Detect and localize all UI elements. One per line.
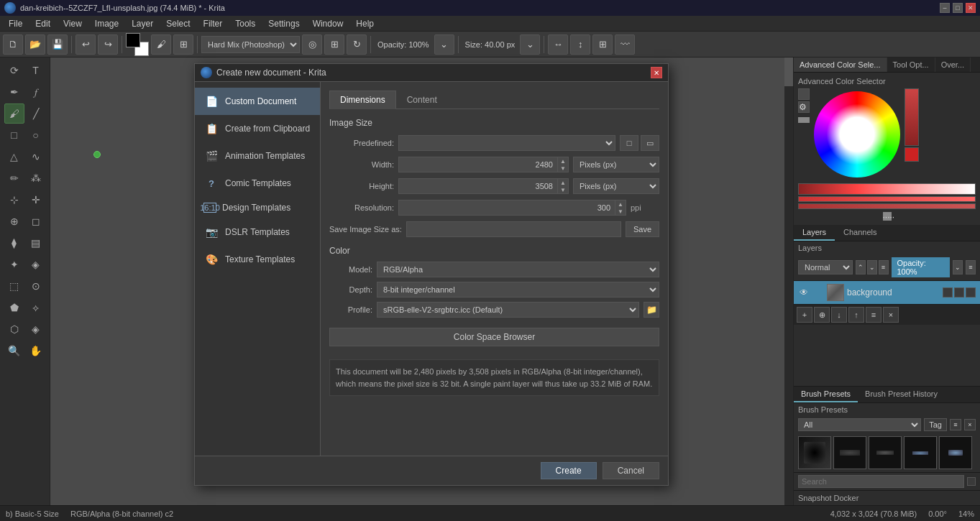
close-button[interactable]: ✕	[966, 3, 976, 13]
tool-polygon[interactable]: △	[4, 147, 24, 167]
tool-refresh-button[interactable]: ↻	[347, 34, 367, 55]
menu-tools[interactable]: Tools	[229, 17, 261, 30]
width-input[interactable]: 2480	[398, 157, 558, 172]
resolution-down[interactable]: ▼	[615, 208, 626, 215]
brush-preset-2[interactable]	[833, 436, 866, 469]
tool-grid-button[interactable]: ⊞	[324, 34, 344, 55]
tool-selection-polygon[interactable]: ⬟	[4, 298, 24, 318]
mirror-h-button[interactable]: ↔	[548, 34, 568, 55]
tab-advanced-color[interactable]: Advanced Color Sele...	[794, 57, 887, 72]
tab-tool-options[interactable]: Tool Opt...	[887, 57, 935, 72]
profile-select[interactable]: sRGB-elle-V2-srgbtrc.icc (Default)	[377, 302, 639, 318]
sidebar-item-custom-document[interactable]: 📄 Custom Document	[195, 88, 320, 115]
color-wheel-cursor[interactable]	[858, 132, 864, 137]
new-document-button[interactable]: 🗋	[3, 34, 23, 55]
selected-color[interactable]	[905, 147, 919, 162]
expand-btn[interactable]: ⌃	[856, 260, 866, 275]
size-expand-button[interactable]: ⌄	[520, 34, 540, 55]
brush-preset-5[interactable]	[939, 436, 972, 469]
tab-brush-preset-history[interactable]: Brush Preset History	[858, 387, 945, 402]
opacity-expand-btn[interactable]: ⌄	[953, 260, 963, 275]
save-button[interactable]: 💾	[47, 34, 68, 55]
tool-crop[interactable]: ⊹	[4, 190, 24, 210]
color-saturation-strip[interactable]	[798, 196, 976, 202]
tab-channels[interactable]: Channels	[835, 225, 885, 241]
color-settings-btn[interactable]: ⚙	[798, 101, 810, 113]
save-image-size-input[interactable]	[406, 221, 621, 237]
delete-layer-btn[interactable]: ×	[883, 307, 899, 323]
menu-edit[interactable]: Edit	[29, 17, 56, 30]
create-button[interactable]: Create	[541, 462, 597, 479]
tool-multibrush[interactable]: ⁂	[26, 168, 46, 188]
menu-layer[interactable]: Layer	[126, 17, 159, 30]
layer-row[interactable]: 👁 background	[794, 281, 980, 305]
resolution-up[interactable]: ▲	[615, 200, 626, 208]
height-input[interactable]: 3508	[398, 178, 558, 194]
menu-window[interactable]: Window	[307, 17, 349, 30]
tool-smart-patch[interactable]: ◈	[26, 254, 46, 275]
height-down[interactable]: ▼	[558, 186, 568, 193]
sidebar-item-comic[interactable]: ? Comic Templates	[195, 170, 320, 197]
minimize-button[interactable]: –	[940, 3, 950, 13]
width-down[interactable]: ▼	[558, 165, 568, 172]
tool-fill[interactable]: ⧫	[4, 233, 24, 253]
tool-brush[interactable]: 🖌	[4, 103, 24, 124]
tab-dimensions[interactable]: Dimensions	[329, 91, 396, 109]
brush-settings-btn[interactable]: ≡	[950, 419, 961, 430]
undo-button[interactable]: ↩	[75, 34, 96, 55]
portrait-btn[interactable]: □	[620, 135, 638, 151]
tool-eyedropper[interactable]: ✦	[4, 254, 24, 275]
brush-tool-button[interactable]: 🖌	[151, 34, 171, 55]
width-unit-select[interactable]: Pixels (px)	[573, 157, 659, 172]
opacity-display[interactable]: Opacity: 100%	[892, 257, 951, 277]
tool-freehand[interactable]: ✏	[4, 168, 24, 188]
sidebar-item-animation[interactable]: 🎬 Animation Templates	[195, 142, 320, 170]
menu-view[interactable]: View	[58, 17, 88, 30]
open-button[interactable]: 📂	[25, 34, 45, 55]
brush-preset-4[interactable]	[904, 436, 937, 469]
blend-mode-layer-select[interactable]: Normal	[798, 260, 853, 275]
color-swatch-area[interactable]	[126, 33, 149, 56]
tool-calligraphy[interactable]: ✒	[4, 82, 24, 102]
menu-filter[interactable]: Filter	[198, 17, 229, 30]
model-select[interactable]: RGB/Alpha	[377, 262, 659, 277]
filter-btn[interactable]: ⌄	[867, 260, 877, 275]
opacity-expand-button[interactable]: ⌄	[434, 34, 454, 55]
tool-selection-ellipse[interactable]: ⊙	[26, 276, 46, 296]
tool-selection-freehand[interactable]: ⟡	[26, 298, 46, 318]
menu-help[interactable]: Help	[350, 17, 380, 30]
brush-tag-select[interactable]: All	[798, 418, 921, 431]
canvas-scrollbar-v[interactable]	[784, 57, 793, 505]
sidebar-item-dslr[interactable]: 📷 DSLR Templates	[195, 218, 320, 246]
layer-visibility-btn[interactable]: 👁	[798, 287, 810, 298]
tool-similar-selection[interactable]: ◈	[26, 319, 46, 339]
color-strip-1[interactable]	[905, 88, 919, 146]
tab-layers[interactable]: Layers	[794, 225, 835, 241]
resolution-input[interactable]: 300	[398, 200, 615, 216]
blend-mode-select[interactable]: Hard Mix (Photoshop)	[201, 36, 300, 53]
height-up[interactable]: ▲	[558, 179, 568, 186]
layer-options-btn[interactable]: ≡	[866, 307, 881, 323]
move-up-btn[interactable]: ↑	[848, 307, 864, 323]
sidebar-item-clipboard[interactable]: 📋 Create from Clipboard	[195, 115, 320, 142]
tab-content[interactable]: Content	[396, 91, 448, 109]
dialog-close-button[interactable]: ✕	[651, 67, 662, 78]
tool-transform[interactable]: ⟳	[4, 60, 24, 80]
preset-button[interactable]: ⊞	[173, 34, 193, 55]
tool-line[interactable]: ╱	[26, 103, 46, 124]
mirror-v-button[interactable]: ↕	[570, 34, 590, 55]
width-up[interactable]: ▲	[558, 157, 568, 165]
layer-expand-btn[interactable]	[954, 287, 964, 298]
tool-circle-button[interactable]: ◎	[302, 34, 322, 55]
tab-brush-presets[interactable]: Brush Presets	[794, 387, 858, 402]
tool-ellipse[interactable]: ○	[26, 125, 46, 145]
cancel-button[interactable]: Cancel	[603, 462, 659, 479]
copy-layer-btn[interactable]: ⊕	[814, 307, 830, 323]
height-unit-select[interactable]: Pixels (px)	[573, 178, 659, 194]
move-down-btn[interactable]: ↓	[831, 307, 847, 323]
lock-btn[interactable]: ≡	[966, 260, 976, 275]
maximize-button[interactable]: □	[953, 3, 963, 13]
layer-delete-btn[interactable]	[966, 287, 976, 298]
redo-button[interactable]: ↪	[98, 34, 118, 55]
brush-preset-3[interactable]	[869, 436, 902, 469]
